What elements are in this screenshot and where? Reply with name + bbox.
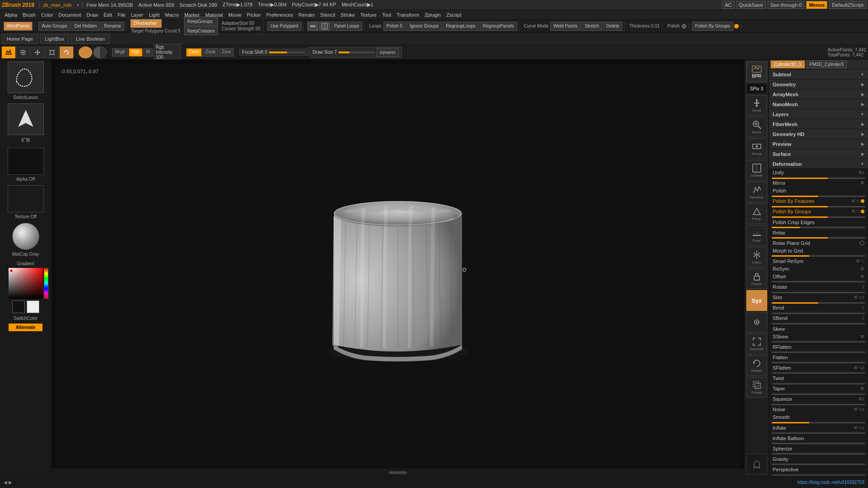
deform-relax[interactable]: Relax xyxy=(769,229,868,237)
btn-dynamic[interactable]: Dynamic xyxy=(377,48,399,57)
btn-floor[interactable]: Floor xyxy=(746,225,767,246)
btn-scale[interactable] xyxy=(45,47,59,58)
deform-taper[interactable]: Taper ⌘ xyxy=(769,385,868,393)
btn-m[interactable]: M xyxy=(143,48,152,56)
deform-smart-resym[interactable]: Smart ReSym ⌘⌥ xyxy=(769,258,868,265)
menu-brush[interactable]: Brush xyxy=(20,11,38,19)
btn-alternate[interactable]: Alternate xyxy=(9,324,42,331)
btn-delete[interactable]: Delete xyxy=(603,22,623,31)
menu-ac[interactable]: AC xyxy=(722,1,734,9)
menu-stroke[interactable]: Stroke xyxy=(338,11,358,19)
deform-sflatten[interactable]: SFlatten ⌘⌥Z xyxy=(769,364,868,372)
deform-smooth[interactable]: Smooth xyxy=(769,413,868,421)
section-deformation[interactable]: Deformation▼ xyxy=(769,159,868,169)
btn-scroll[interactable]: Scroll xyxy=(746,95,767,116)
matcap-preview[interactable] xyxy=(12,223,39,250)
alpha-preview[interactable] xyxy=(8,148,44,175)
section-subtool[interactable]: Subtool▼ xyxy=(769,70,868,80)
viewport-scroll-bottom[interactable]: ◀ ▶ xyxy=(4,480,12,485)
btn-bpr[interactable]: BPR xyxy=(746,61,767,82)
rgb-intensity-display[interactable]: Rgb Intensity 100 xyxy=(154,44,181,61)
menu-transform[interactable]: Transform xyxy=(394,11,422,19)
viewport-scroll-bar[interactable] xyxy=(52,468,744,476)
btn-move[interactable] xyxy=(31,47,44,58)
btn-snapshot[interactable] xyxy=(746,312,767,333)
btn-lsym[interactable]: LSym xyxy=(746,247,767,267)
btn-ghost[interactable] xyxy=(746,454,767,474)
deform-bend[interactable]: Bend Z xyxy=(769,304,868,312)
deform-size[interactable]: Size ⌘⌥Z xyxy=(769,294,868,301)
btn-cylinder3d-1[interactable]: Cylinder3D_1 xyxy=(771,61,805,68)
brush-sphere-icon[interactable] xyxy=(79,47,92,58)
deform-inflate[interactable]: Inflate ⌘⌥Z xyxy=(769,424,868,432)
swatch-white[interactable] xyxy=(27,300,39,313)
menu-draw[interactable]: Draw xyxy=(84,11,101,19)
btn-actual[interactable]: Actual xyxy=(746,138,767,159)
deform-relax-plane[interactable]: Relax Plane Grid xyxy=(769,239,868,247)
btn-transp[interactable]: Transp xyxy=(746,377,767,398)
scroll-indicator[interactable] xyxy=(389,471,407,474)
texture-preview[interactable] xyxy=(8,185,44,212)
menu-color[interactable]: Color xyxy=(38,11,56,19)
btn-draw[interactable] xyxy=(16,47,30,58)
menu-menus[interactable]: Menus xyxy=(806,1,827,9)
btn-weld-points[interactable]: WeldPoints xyxy=(4,22,33,31)
menu-quicksave[interactable]: QuickSave xyxy=(736,1,766,9)
btn-lightbox[interactable]: LightBox xyxy=(40,34,69,44)
btn-zoom3d[interactable]: Zoom3D xyxy=(746,333,767,354)
deform-unify[interactable]: Unify ⌘Z xyxy=(769,169,868,177)
menu-file[interactable]: File xyxy=(115,11,128,19)
menu-stencil[interactable]: Stencil xyxy=(317,11,338,19)
section-nanomesh[interactable]: NanoMesh▶ xyxy=(769,99,868,109)
section-geometry[interactable]: Geometry▶ xyxy=(769,80,868,89)
btn-zcur[interactable]: Zcur xyxy=(219,48,234,56)
section-geometryhd[interactable]: Geometry HD▶ xyxy=(769,129,868,139)
polish-indicator[interactable] xyxy=(682,24,686,28)
deform-skew[interactable]: Skew xyxy=(769,325,868,333)
deform-polish[interactable]: Polish xyxy=(769,187,868,195)
btn-ignore-groups[interactable]: Ignore Groups xyxy=(406,22,442,31)
menu-zscript[interactable]: Zscript xyxy=(443,11,464,19)
btn-polish-by-groups[interactable]: Polish By Groups xyxy=(692,22,733,31)
menu-zplugin[interactable]: Zplugin xyxy=(422,11,443,19)
btn-rotate[interactable] xyxy=(60,47,73,58)
deform-sskew[interactable]: SSkew ⌘ xyxy=(769,333,868,341)
deform-polish-groups[interactable]: Polish By Groups ⌘⌥ xyxy=(769,208,868,216)
draw-size-slider[interactable] xyxy=(339,52,375,53)
btn-zremesher[interactable]: ZRemesher xyxy=(130,19,162,28)
deform-noise[interactable]: Noise ⌘⌥Z xyxy=(769,406,868,413)
deform-inflate-balloon[interactable]: Inflate Balloon xyxy=(769,435,868,442)
menu-texture[interactable]: Texture xyxy=(358,11,379,19)
section-arraymesh[interactable]: ArrayMesh▶ xyxy=(769,89,868,99)
btn-live-boolean[interactable]: Live Boolean xyxy=(71,34,110,44)
section-layers[interactable]: Layers▼ xyxy=(769,109,868,119)
focal-shift-slider[interactable] xyxy=(269,52,305,53)
btn-rename[interactable]: Rename xyxy=(101,22,124,31)
btn-panel-loops[interactable]: Panel Loops xyxy=(331,22,363,31)
deform-perspective[interactable]: Perspective xyxy=(769,466,868,474)
btn-del-hidden[interactable]: Del Hidden xyxy=(71,22,100,31)
btn-mrgb[interactable]: Mrgb xyxy=(112,48,128,56)
deform-resym[interactable]: ReSym ⌘ xyxy=(769,265,868,273)
btn-aahalf[interactable]: AAHalf xyxy=(746,160,767,181)
btn-stretch[interactable]: Stretch xyxy=(581,22,602,31)
hue-bar[interactable] xyxy=(44,268,48,299)
menu-document[interactable]: Document xyxy=(56,11,84,19)
deform-squeeze[interactable]: Squeeze ⌘Z xyxy=(769,395,868,403)
btn-persp[interactable]: Persp xyxy=(746,203,767,224)
deform-rflatten[interactable]: RFlatten xyxy=(769,343,868,351)
menu-default-zscript[interactable]: DefaultZScript xyxy=(829,1,866,9)
menu-render[interactable]: Render xyxy=(296,11,317,19)
section-surface[interactable]: Surface▶ xyxy=(769,149,868,159)
deform-mirror[interactable]: Mirror ⌘ xyxy=(769,179,868,187)
btn-regroup-loops[interactable]: RegroupLoops xyxy=(443,22,479,31)
menu-tool[interactable]: Tool xyxy=(379,11,394,19)
btn-edit[interactable] xyxy=(2,47,15,58)
btn-home-page[interactable]: Home Page xyxy=(2,34,38,44)
deform-gravity[interactable]: Gravity xyxy=(769,455,868,463)
deform-flatten[interactable]: Flatten xyxy=(769,354,868,361)
btn-zadd[interactable]: Zadd xyxy=(186,48,202,56)
deform-morph-grid[interactable]: Morph to Grid xyxy=(769,247,868,255)
deform-polish-crisp[interactable]: Polish Crisp Edges xyxy=(769,219,868,226)
btn-keep-groups[interactable]: KeepGroups xyxy=(184,17,218,26)
